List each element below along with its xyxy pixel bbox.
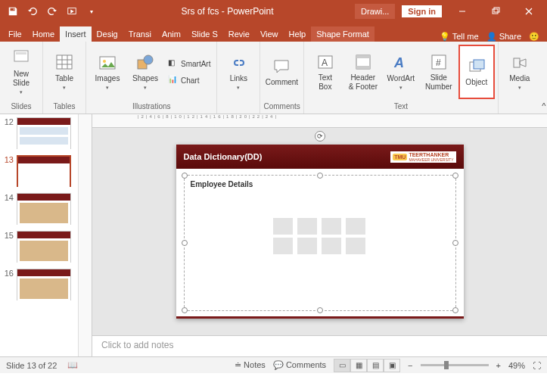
smartart-button[interactable]: ◧SmartArt bbox=[165, 56, 213, 71]
group-tables: Table▾ Tables bbox=[43, 42, 86, 114]
svg-rect-14 bbox=[356, 55, 370, 58]
slide-thumbnails[interactable]: 12 13 14 15 16 bbox=[0, 114, 79, 356]
images-icon bbox=[98, 53, 117, 73]
handle-bl[interactable] bbox=[182, 307, 188, 313]
tab-animations[interactable]: Anim bbox=[157, 26, 186, 42]
notes-toggle[interactable]: ≐ Notes bbox=[235, 360, 266, 370]
university-logo: TMU TEERTHANKERMAHAVEER UNIVERSITY bbox=[390, 151, 455, 163]
restore-icon[interactable] bbox=[482, 3, 509, 20]
media-button[interactable]: Media▾ bbox=[502, 45, 538, 99]
svg-point-8 bbox=[103, 60, 106, 63]
slide-title-bar: Data Dictionary(DD) TMU TEERTHANKERMAHAV… bbox=[176, 145, 464, 169]
thumb-14: 14 bbox=[2, 193, 76, 225]
shapes-button[interactable]: Shapes▾ bbox=[127, 45, 163, 99]
sign-in-button[interactable]: Sign in bbox=[401, 5, 443, 18]
handle-tl[interactable] bbox=[182, 173, 188, 179]
tell-me-icon[interactable]: 💡 Tell me bbox=[440, 32, 479, 42]
comments-toggle[interactable]: 💬 Comments bbox=[273, 360, 326, 370]
notes-pane[interactable]: Click to add notes bbox=[92, 335, 547, 356]
spell-check-icon[interactable]: 📖 bbox=[67, 360, 78, 370]
insert-table-icon bbox=[273, 218, 293, 235]
placeholder-icons[interactable] bbox=[273, 218, 367, 254]
save-icon[interactable] bbox=[5, 3, 21, 20]
share-button[interactable]: 👤 Share bbox=[486, 32, 521, 42]
svg-text:A: A bbox=[393, 55, 404, 70]
tab-slideshow[interactable]: Slide S bbox=[186, 26, 223, 42]
thumb-16: 16 bbox=[2, 269, 76, 300]
shapes-icon bbox=[135, 53, 155, 73]
wordart-button[interactable]: A WordArt▾ bbox=[383, 45, 419, 99]
handle-mr[interactable] bbox=[452, 240, 458, 246]
link-icon bbox=[228, 53, 248, 73]
insert-chart-icon bbox=[297, 218, 317, 235]
slide-title: Data Dictionary(DD) bbox=[184, 152, 263, 161]
group-label-comments: Comments bbox=[263, 101, 300, 112]
start-from-beginning-icon[interactable] bbox=[64, 3, 80, 20]
images-button[interactable]: Images▾ bbox=[89, 45, 126, 99]
object-button[interactable]: Object bbox=[458, 45, 495, 99]
comment-button[interactable]: Comment bbox=[263, 45, 300, 99]
sorter-view-icon[interactable]: ▦ bbox=[350, 359, 367, 372]
slideshow-view-icon[interactable]: ▣ bbox=[384, 359, 400, 372]
zoom-out-icon[interactable]: − bbox=[408, 361, 412, 370]
minimize-icon[interactable] bbox=[449, 3, 476, 20]
text-box-icon: A bbox=[315, 52, 335, 72]
tab-insert[interactable]: Insert bbox=[60, 26, 92, 42]
wordart-icon: A bbox=[391, 53, 411, 73]
slide-number-icon: # bbox=[429, 52, 449, 72]
object-icon bbox=[467, 57, 486, 76]
rotation-handle[interactable]: ⟳ bbox=[315, 131, 325, 142]
text-box-button[interactable]: A Text Box bbox=[307, 45, 343, 99]
tab-file[interactable]: File bbox=[3, 26, 27, 42]
qa-more-icon[interactable]: ▾ bbox=[83, 3, 100, 20]
ruler-vertical bbox=[79, 114, 92, 356]
table-button[interactable]: Table▾ bbox=[46, 45, 82, 99]
close-icon[interactable] bbox=[515, 3, 542, 20]
ribbon-tabs: File Home Insert Desig Transi Anim Slide… bbox=[0, 23, 547, 42]
fit-to-window-icon[interactable]: ⛶ bbox=[533, 361, 541, 370]
current-slide[interactable]: Data Dictionary(DD) TMU TEERTHANKERMAHAV… bbox=[176, 145, 464, 319]
slide-counter[interactable]: Slide 13 of 22 bbox=[6, 361, 57, 370]
insert-online-picture-icon bbox=[297, 238, 317, 254]
slide-number-button[interactable]: # Slide Number bbox=[421, 45, 457, 99]
reading-view-icon[interactable]: ▤ bbox=[367, 359, 384, 372]
context-tab-drawing[interactable]: Drawi... bbox=[355, 4, 395, 19]
insert-smartart-icon bbox=[322, 218, 341, 235]
handle-ml[interactable] bbox=[182, 240, 188, 246]
normal-view-icon[interactable]: ▭ bbox=[334, 359, 350, 372]
tab-shape-format[interactable]: Shape Format bbox=[311, 26, 375, 42]
handle-br[interactable] bbox=[452, 307, 458, 313]
tab-home[interactable]: Home bbox=[27, 26, 60, 42]
tab-transitions[interactable]: Transi bbox=[123, 26, 157, 42]
group-label-illustrations: Illustrations bbox=[89, 101, 213, 112]
new-slide-button[interactable]: New Slide▾ bbox=[3, 45, 39, 99]
chart-button[interactable]: 📊Chart bbox=[165, 73, 213, 88]
window-title: Srs of fcs - PowerPoint bbox=[100, 6, 355, 17]
view-buttons: ▭ ▦ ▤ ▣ bbox=[334, 359, 400, 372]
svg-rect-6 bbox=[57, 55, 72, 69]
status-bar: Slide 13 of 22 📖 ≐ Notes 💬 Comments ▭ ▦ … bbox=[0, 356, 547, 373]
tab-help[interactable]: Help bbox=[284, 26, 312, 42]
tab-design[interactable]: Desig bbox=[92, 26, 123, 42]
content-placeholder[interactable]: Employee Details bbox=[184, 175, 456, 311]
zoom-level[interactable]: 49% bbox=[508, 361, 525, 370]
insert-picture-icon bbox=[273, 238, 293, 254]
tab-view[interactable]: View bbox=[255, 26, 284, 42]
links-button[interactable]: Links▾ bbox=[220, 45, 256, 99]
header-footer-button[interactable]: Header & Footer bbox=[345, 45, 381, 99]
slide-canvas[interactable]: Data Dictionary(DD) TMU TEERTHANKERMAHAV… bbox=[92, 128, 547, 335]
group-illustrations: Images▾ Shapes▾ ◧SmartArt 📊Chart Illustr… bbox=[86, 42, 217, 114]
tab-review[interactable]: Revie bbox=[223, 26, 255, 42]
svg-rect-3 bbox=[494, 8, 499, 12]
handle-tr[interactable] bbox=[452, 173, 458, 179]
zoom-in-icon[interactable]: + bbox=[496, 361, 501, 370]
handle-tc[interactable] bbox=[317, 173, 323, 179]
zoom-slider[interactable] bbox=[421, 364, 489, 366]
redo-icon[interactable] bbox=[44, 3, 61, 20]
undo-icon[interactable] bbox=[24, 3, 41, 20]
collapse-ribbon-icon[interactable]: ^ bbox=[541, 42, 547, 114]
emoji-icon[interactable]: 🙂 bbox=[529, 32, 539, 42]
svg-rect-21 bbox=[514, 58, 520, 67]
handle-bc[interactable] bbox=[317, 307, 323, 313]
table-icon bbox=[54, 53, 74, 73]
